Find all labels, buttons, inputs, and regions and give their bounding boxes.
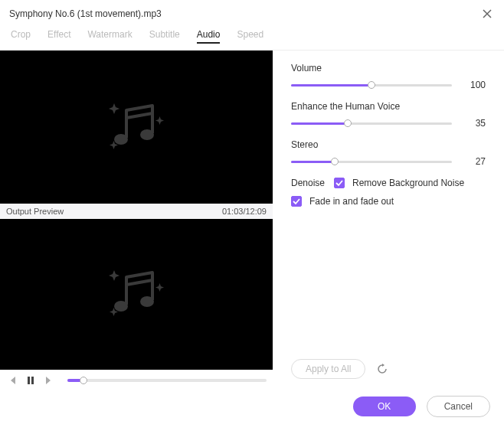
check-icon [293,197,300,205]
fade-checkbox[interactable] [291,196,302,207]
fade-label: Fade in and fade out [309,196,394,207]
denoise-label: Remove Background Noise [352,178,464,188]
playback-slider[interactable] [67,379,267,382]
denoise-lead-label: Denoise [291,178,325,188]
tab-audio[interactable]: Audio [197,29,221,44]
volume-value: 100 [464,80,486,90]
svg-point-1 [140,129,154,140]
window-title: Symphony No.6 (1st movement).mp3 [9,8,162,19]
volume-slider[interactable] [291,84,452,86]
check-icon [335,179,343,187]
reset-icon [377,364,388,374]
enhance-thumb[interactable] [344,119,352,127]
music-note-icon [102,96,171,158]
output-preview [0,219,273,370]
volume-thumb[interactable] [368,81,375,89]
tab-bar: Crop Effect Watermark Subtitle Audio Spe… [0,24,504,51]
cancel-button[interactable]: Cancel [427,396,490,417]
svg-point-2 [114,301,128,312]
svg-point-0 [114,134,128,145]
tab-speed[interactable]: Speed [237,29,263,44]
skip-back-icon [8,376,17,385]
svg-rect-4 [28,377,30,384]
tab-watermark[interactable]: Watermark [87,29,132,44]
pause-icon [26,376,35,385]
apply-to-all-button[interactable]: Apply to All [291,359,365,379]
volume-label: Volume [291,63,486,73]
svg-rect-5 [31,377,34,384]
stereo-thumb[interactable] [331,158,339,165]
close-button[interactable] [479,6,495,21]
enhance-value: 35 [464,118,486,129]
ok-button[interactable]: OK [353,397,416,416]
music-note-icon [102,263,171,325]
tab-effect[interactable]: Effect [47,29,70,44]
preview-label: Output Preview [6,207,64,216]
pause-button[interactable] [25,374,37,387]
next-button[interactable] [43,374,55,387]
preview-timecode: 01:03/12:09 [222,207,267,216]
tab-subtitle[interactable]: Subtitle [149,29,180,44]
source-preview [0,51,273,204]
prev-button[interactable] [6,374,18,387]
stereo-value: 27 [464,156,486,167]
skip-forward-icon [44,376,54,385]
stereo-label: Stereo [291,139,486,150]
playback-thumb[interactable] [80,377,87,384]
stereo-slider[interactable] [291,161,452,163]
enhance-label: Enhance the Human Voice [291,101,486,112]
svg-point-3 [140,296,154,307]
tab-crop[interactable]: Crop [11,29,31,44]
reset-button[interactable] [376,363,388,375]
denoise-checkbox[interactable] [334,178,345,188]
close-icon [482,8,493,19]
enhance-slider[interactable] [291,122,452,125]
